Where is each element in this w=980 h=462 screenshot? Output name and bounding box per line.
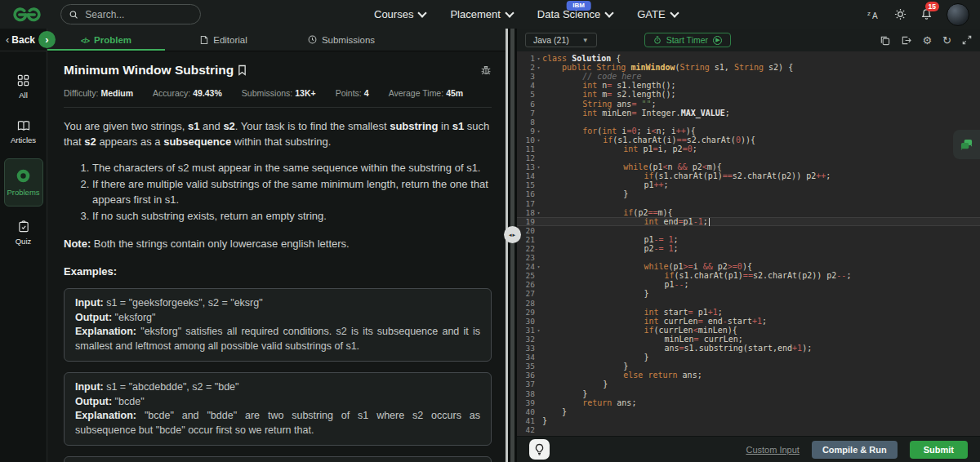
code-line[interactable]: 4int n= s1.length(); (517, 81, 980, 90)
sidebar-item-quiz[interactable]: Quiz (4, 214, 43, 252)
code-editor-area[interactable]: 1▾class Solution {2▾public String minWin… (517, 51, 980, 436)
start-timer-button[interactable]: Start Timer ▶ (644, 33, 731, 47)
play-icon: ▶ (713, 36, 722, 45)
code-line[interactable]: 14if(s1.charAt(p1)==s2.charAt(p2)) p2++; (517, 171, 980, 180)
nav-menu-gate[interactable]: GATE (637, 8, 677, 20)
code-line[interactable]: 8 (517, 118, 980, 127)
code-line[interactable]: 18▾if(p2==m){ (517, 208, 980, 217)
gfg-logo-icon[interactable] (13, 6, 41, 24)
sidebar-item-articles[interactable]: Articles (4, 113, 43, 151)
ai-hint-bulb-icon[interactable] (529, 439, 550, 460)
copy-code-icon[interactable] (880, 35, 890, 46)
code-line[interactable]: 40} (517, 407, 980, 416)
export-code-icon[interactable] (901, 35, 911, 46)
document-icon (200, 35, 208, 45)
code-line[interactable]: 20 (517, 226, 980, 235)
divider-bar[interactable] (510, 29, 514, 462)
compile-run-button[interactable]: Compile & Run (812, 441, 898, 459)
code-line[interactable]: 32minLen= currLen; (517, 335, 980, 344)
example-explanation-label: Explanation: (75, 326, 140, 337)
line-number: 19 (517, 217, 535, 226)
tab-problem[interactable]: </>Problem (47, 29, 165, 51)
code-line[interactable]: 39return ans; (517, 398, 980, 407)
report-bug-icon[interactable] (480, 64, 492, 76)
code-line[interactable]: 6String ans= ""; (517, 99, 980, 108)
code-line[interactable]: 31▾if(currLen<minLen){ (517, 326, 980, 335)
fold-arrow-icon[interactable]: ▾ (535, 327, 542, 333)
search-input[interactable] (83, 8, 192, 21)
code-line[interactable]: 37} (517, 380, 980, 389)
code-line[interactable]: 23 (517, 253, 980, 262)
sidebar-item-all[interactable]: All (4, 68, 43, 106)
nav-menu-courses[interactable]: Courses (374, 8, 425, 20)
code-line[interactable]: 41} (517, 416, 980, 425)
code-text: if(s1.charAt(p1)==s2.charAt(p2)) p2++; (542, 171, 980, 180)
custom-input-link[interactable]: Custom Input (746, 445, 799, 455)
tab-submissions[interactable]: Submissions (283, 29, 400, 51)
sidebar-item-problems[interactable]: Problems (4, 158, 43, 207)
theme-toggle-sun-icon[interactable] (894, 8, 906, 20)
divider-drag-handle-icon[interactable]: ◂▸ (504, 226, 521, 243)
nav-menu-placement[interactable]: Placement (450, 8, 512, 20)
fold-arrow-icon[interactable]: ▾ (535, 210, 542, 215)
notifications-bell-icon[interactable]: 15 (920, 8, 933, 20)
code-line[interactable]: 13▾while(p1<n && p2<m){ (517, 162, 980, 171)
code-line[interactable]: 33ans=s1.substring(start,end+1); (517, 344, 980, 353)
translate-icon[interactable]: z A (867, 9, 880, 20)
editor-settings-gear-icon[interactable]: ⚙ (922, 35, 932, 46)
bookmark-icon[interactable] (238, 64, 247, 76)
code-line[interactable]: 10▾if(s1.charAt(i)==s2.charAt(0)){ (517, 135, 980, 144)
code-line[interactable]: 38} (517, 389, 980, 398)
tab-editorial[interactable]: Editorial (165, 29, 283, 51)
start-timer-label: Start Timer (666, 35, 708, 45)
code-line[interactable]: 30int currLen= end-start+1; (517, 317, 980, 326)
problem-note: Note: Both the strings contain only lowe… (64, 236, 492, 251)
code-line[interactable]: 11int p1=i, p2=0; (517, 144, 980, 153)
user-avatar[interactable] (947, 3, 969, 26)
assistant-chat-tab[interactable] (953, 130, 980, 159)
top-navbar: CoursesPlacementIBMData ScienceGATE z A … (0, 0, 980, 29)
code-line[interactable]: 17 (517, 199, 980, 208)
code-line[interactable]: 36else return ans; (517, 371, 980, 380)
code-line[interactable]: 21p1-= 1; (517, 235, 980, 244)
code-line[interactable]: 1▾class Solution { (517, 54, 980, 63)
back-button[interactable]: ‹ Back › (0, 29, 47, 51)
code-line[interactable]: 15p1++; (517, 180, 980, 189)
submit-button[interactable]: Submit (910, 441, 968, 459)
code-text: } (542, 189, 980, 198)
code-line[interactable]: 16} (517, 189, 980, 198)
code-line[interactable]: 12 (517, 153, 980, 162)
reset-code-icon[interactable]: ↻ (942, 35, 951, 46)
code-line[interactable]: 29int start= p1+1; (517, 308, 980, 317)
code-line[interactable]: 5int m= s2.length(); (517, 90, 980, 99)
language-selector[interactable]: Java (21) ▼ (525, 33, 597, 47)
code-line[interactable]: 27} (517, 289, 980, 298)
fold-arrow-icon[interactable]: ▾ (535, 128, 542, 134)
code-line[interactable]: 25if(s1.charAt(p1)==s2.charAt(p2)) p2--; (517, 271, 980, 280)
code-line[interactable]: 2▾public String minWindow(String s1, Str… (517, 63, 980, 72)
code-text (542, 153, 980, 162)
code-line[interactable]: 22p2-= 1; (517, 244, 980, 253)
code-line[interactable]: 42 (517, 425, 980, 434)
code-line[interactable]: 9▾for(int i=0; i<n; i++){ (517, 127, 980, 135)
code-line[interactable]: 34} (517, 353, 980, 362)
code-line[interactable]: 24▾while(p1>=i && p2>=0){ (517, 262, 980, 271)
fold-arrow-icon[interactable]: ▾ (535, 137, 542, 143)
fullscreen-expand-icon[interactable] (962, 35, 972, 45)
fold-arrow-icon[interactable]: ▾ (535, 164, 542, 170)
code-text: int currLen= end-start+1; (542, 317, 980, 326)
code-line[interactable]: 7int minLen= Integer.MAX_VALUE; (517, 109, 980, 118)
code-line[interactable]: 3// code here (517, 72, 980, 81)
code-text: } (542, 389, 980, 398)
nav-menu-data-science[interactable]: IBMData Science (537, 8, 612, 20)
code-line[interactable]: 28 (517, 299, 980, 308)
code-line[interactable]: 19int end=p1-1; (517, 217, 980, 226)
fold-arrow-icon[interactable]: ▾ (535, 64, 542, 70)
fold-arrow-icon[interactable]: ▾ (535, 56, 542, 61)
code-line[interactable]: 35} (517, 362, 980, 371)
code-line[interactable]: 26p1--; (517, 280, 980, 289)
search-bar[interactable] (60, 4, 201, 24)
chevron-down-icon (605, 8, 614, 17)
fold-arrow-icon[interactable]: ▾ (535, 264, 542, 269)
expand-panel-button[interactable]: › (38, 31, 56, 48)
